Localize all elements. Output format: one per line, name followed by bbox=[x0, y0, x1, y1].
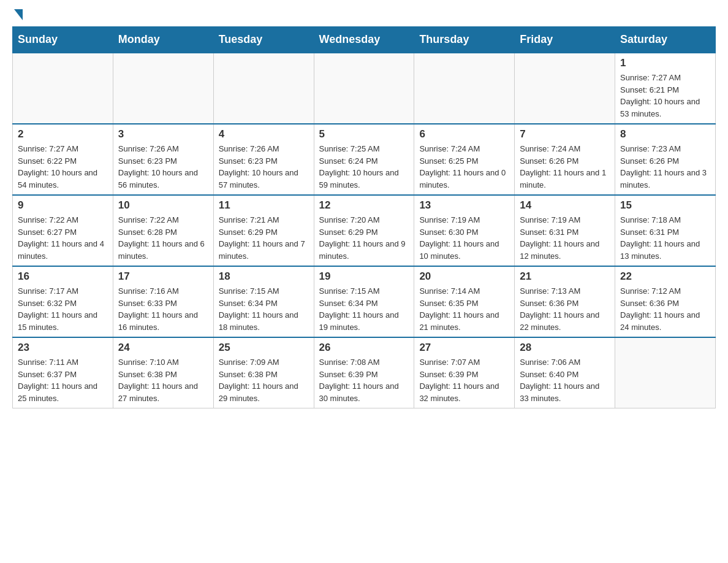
day-number: 27 bbox=[419, 342, 509, 354]
day-number: 25 bbox=[219, 342, 309, 354]
week-row-2: 2Sunrise: 7:27 AMSunset: 6:22 PMDaylight… bbox=[13, 124, 716, 195]
calendar-table: SundayMondayTuesdayWednesdayThursdayFrid… bbox=[12, 26, 716, 408]
day-number: 21 bbox=[520, 270, 610, 283]
calendar-cell: 6Sunrise: 7:24 AMSunset: 6:25 PMDaylight… bbox=[414, 124, 515, 195]
day-number: 26 bbox=[319, 342, 409, 354]
day-info: Sunrise: 7:18 AMSunset: 6:31 PMDaylight:… bbox=[620, 214, 710, 262]
day-info: Sunrise: 7:12 AMSunset: 6:36 PMDaylight:… bbox=[620, 285, 710, 333]
calendar-cell: 11Sunrise: 7:21 AMSunset: 6:29 PMDayligh… bbox=[213, 195, 314, 266]
day-info: Sunrise: 7:11 AMSunset: 6:37 PMDaylight:… bbox=[18, 356, 108, 404]
day-info: Sunrise: 7:23 AMSunset: 6:26 PMDaylight:… bbox=[620, 143, 710, 191]
logo-arrow-icon bbox=[14, 9, 23, 20]
day-info: Sunrise: 7:19 AMSunset: 6:30 PMDaylight:… bbox=[419, 214, 509, 262]
day-info: Sunrise: 7:14 AMSunset: 6:35 PMDaylight:… bbox=[419, 285, 509, 333]
day-info: Sunrise: 7:22 AMSunset: 6:28 PMDaylight:… bbox=[118, 214, 208, 262]
weekday-header-sunday: Sunday bbox=[13, 27, 113, 53]
day-number: 8 bbox=[620, 128, 710, 140]
day-number: 9 bbox=[18, 199, 108, 212]
day-number: 19 bbox=[319, 270, 409, 283]
day-info: Sunrise: 7:16 AMSunset: 6:33 PMDaylight:… bbox=[118, 285, 208, 333]
day-number: 23 bbox=[18, 342, 108, 354]
week-row-3: 9Sunrise: 7:22 AMSunset: 6:27 PMDaylight… bbox=[13, 195, 716, 266]
calendar-cell: 10Sunrise: 7:22 AMSunset: 6:28 PMDayligh… bbox=[113, 195, 213, 266]
day-info: Sunrise: 7:17 AMSunset: 6:32 PMDaylight:… bbox=[18, 285, 108, 333]
day-number: 12 bbox=[319, 199, 409, 212]
calendar-cell: 17Sunrise: 7:16 AMSunset: 6:33 PMDayligh… bbox=[113, 266, 213, 337]
day-number: 15 bbox=[620, 199, 710, 212]
calendar-cell: 22Sunrise: 7:12 AMSunset: 6:36 PMDayligh… bbox=[615, 266, 716, 337]
logo bbox=[12, 12, 23, 20]
day-number: 1 bbox=[620, 57, 710, 69]
calendar-cell: 7Sunrise: 7:24 AMSunset: 6:26 PMDaylight… bbox=[515, 124, 615, 195]
calendar-cell: 5Sunrise: 7:25 AMSunset: 6:24 PMDaylight… bbox=[314, 124, 414, 195]
calendar-cell: 16Sunrise: 7:17 AMSunset: 6:32 PMDayligh… bbox=[13, 266, 113, 337]
day-number: 3 bbox=[118, 128, 208, 140]
day-info: Sunrise: 7:07 AMSunset: 6:39 PMDaylight:… bbox=[419, 356, 509, 404]
calendar-cell: 8Sunrise: 7:23 AMSunset: 6:26 PMDaylight… bbox=[615, 124, 716, 195]
day-number: 22 bbox=[620, 270, 710, 283]
day-info: Sunrise: 7:09 AMSunset: 6:38 PMDaylight:… bbox=[219, 356, 309, 404]
day-info: Sunrise: 7:22 AMSunset: 6:27 PMDaylight:… bbox=[18, 214, 108, 262]
day-number: 28 bbox=[520, 342, 610, 354]
week-row-4: 16Sunrise: 7:17 AMSunset: 6:32 PMDayligh… bbox=[13, 266, 716, 337]
day-info: Sunrise: 7:15 AMSunset: 6:34 PMDaylight:… bbox=[319, 285, 409, 333]
weekday-header-tuesday: Tuesday bbox=[213, 27, 314, 53]
day-number: 20 bbox=[419, 270, 509, 283]
weekday-header-monday: Monday bbox=[113, 27, 213, 53]
day-info: Sunrise: 7:27 AMSunset: 6:22 PMDaylight:… bbox=[18, 143, 108, 191]
day-number: 6 bbox=[419, 128, 509, 140]
calendar-cell: 19Sunrise: 7:15 AMSunset: 6:34 PMDayligh… bbox=[314, 266, 414, 337]
day-info: Sunrise: 7:13 AMSunset: 6:36 PMDaylight:… bbox=[520, 285, 610, 333]
day-number: 5 bbox=[319, 128, 409, 140]
day-info: Sunrise: 7:20 AMSunset: 6:29 PMDaylight:… bbox=[319, 214, 409, 262]
day-number: 10 bbox=[118, 199, 208, 212]
calendar-cell: 2Sunrise: 7:27 AMSunset: 6:22 PMDaylight… bbox=[13, 124, 113, 195]
day-number: 17 bbox=[118, 270, 208, 283]
day-info: Sunrise: 7:24 AMSunset: 6:26 PMDaylight:… bbox=[520, 143, 610, 191]
weekday-header-row: SundayMondayTuesdayWednesdayThursdayFrid… bbox=[13, 27, 716, 53]
page-header bbox=[12, 12, 716, 20]
day-info: Sunrise: 7:27 AMSunset: 6:21 PMDaylight:… bbox=[620, 72, 710, 120]
day-number: 13 bbox=[419, 199, 509, 212]
day-number: 18 bbox=[219, 270, 309, 283]
calendar-cell bbox=[515, 53, 615, 124]
weekday-header-thursday: Thursday bbox=[414, 27, 515, 53]
day-number: 14 bbox=[520, 199, 610, 212]
calendar-cell: 1Sunrise: 7:27 AMSunset: 6:21 PMDaylight… bbox=[615, 53, 716, 124]
week-row-5: 23Sunrise: 7:11 AMSunset: 6:37 PMDayligh… bbox=[13, 337, 716, 408]
calendar-cell: 23Sunrise: 7:11 AMSunset: 6:37 PMDayligh… bbox=[13, 337, 113, 408]
calendar-cell: 25Sunrise: 7:09 AMSunset: 6:38 PMDayligh… bbox=[213, 337, 314, 408]
calendar-cell bbox=[615, 337, 716, 408]
day-number: 2 bbox=[18, 128, 108, 140]
day-info: Sunrise: 7:08 AMSunset: 6:39 PMDaylight:… bbox=[319, 356, 409, 404]
day-info: Sunrise: 7:25 AMSunset: 6:24 PMDaylight:… bbox=[319, 143, 409, 191]
day-info: Sunrise: 7:15 AMSunset: 6:34 PMDaylight:… bbox=[219, 285, 309, 333]
calendar-cell: 27Sunrise: 7:07 AMSunset: 6:39 PMDayligh… bbox=[414, 337, 515, 408]
day-info: Sunrise: 7:10 AMSunset: 6:38 PMDaylight:… bbox=[118, 356, 208, 404]
day-info: Sunrise: 7:24 AMSunset: 6:25 PMDaylight:… bbox=[419, 143, 509, 191]
day-number: 4 bbox=[219, 128, 309, 140]
day-info: Sunrise: 7:06 AMSunset: 6:40 PMDaylight:… bbox=[520, 356, 610, 404]
day-number: 7 bbox=[520, 128, 610, 140]
calendar-cell: 14Sunrise: 7:19 AMSunset: 6:31 PMDayligh… bbox=[515, 195, 615, 266]
day-info: Sunrise: 7:19 AMSunset: 6:31 PMDaylight:… bbox=[520, 214, 610, 262]
weekday-header-saturday: Saturday bbox=[615, 27, 716, 53]
weekday-header-friday: Friday bbox=[515, 27, 615, 53]
calendar-cell: 20Sunrise: 7:14 AMSunset: 6:35 PMDayligh… bbox=[414, 266, 515, 337]
calendar-cell: 3Sunrise: 7:26 AMSunset: 6:23 PMDaylight… bbox=[113, 124, 213, 195]
calendar-cell: 21Sunrise: 7:13 AMSunset: 6:36 PMDayligh… bbox=[515, 266, 615, 337]
day-number: 11 bbox=[219, 199, 309, 212]
calendar-cell bbox=[13, 53, 113, 124]
weekday-header-wednesday: Wednesday bbox=[314, 27, 414, 53]
day-info: Sunrise: 7:26 AMSunset: 6:23 PMDaylight:… bbox=[118, 143, 208, 191]
day-number: 16 bbox=[18, 270, 108, 283]
calendar-cell: 18Sunrise: 7:15 AMSunset: 6:34 PMDayligh… bbox=[213, 266, 314, 337]
calendar-cell: 9Sunrise: 7:22 AMSunset: 6:27 PMDaylight… bbox=[13, 195, 113, 266]
calendar-cell: 26Sunrise: 7:08 AMSunset: 6:39 PMDayligh… bbox=[314, 337, 414, 408]
calendar-cell: 13Sunrise: 7:19 AMSunset: 6:30 PMDayligh… bbox=[414, 195, 515, 266]
calendar-cell: 12Sunrise: 7:20 AMSunset: 6:29 PMDayligh… bbox=[314, 195, 414, 266]
day-number: 24 bbox=[118, 342, 208, 354]
day-info: Sunrise: 7:21 AMSunset: 6:29 PMDaylight:… bbox=[219, 214, 309, 262]
calendar-cell bbox=[213, 53, 314, 124]
calendar-cell bbox=[414, 53, 515, 124]
